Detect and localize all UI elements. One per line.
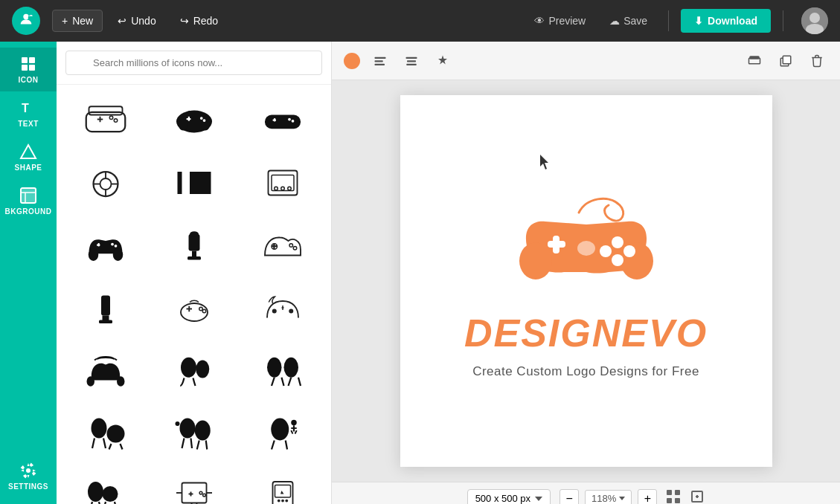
cloud-icon: ☁: [609, 15, 620, 27]
list-item[interactable]: [151, 403, 237, 462]
list-item[interactable]: [62, 91, 148, 150]
svg-rect-111: [406, 63, 417, 65]
zoom-in-button[interactable]: +: [638, 489, 657, 505]
list-item[interactable]: [62, 278, 148, 337]
save-button[interactable]: ☁ Save: [600, 10, 656, 31]
svg-point-70: [202, 309, 206, 313]
duplicate-button[interactable]: [775, 50, 797, 72]
sidebar-item-icon[interactable]: ICON: [0, 48, 57, 91]
svg-point-1: [28, 16, 31, 19]
svg-point-48: [88, 249, 98, 262]
svg-point-82: [106, 425, 124, 443]
list-item[interactable]: [240, 91, 325, 150]
list-item[interactable]: [151, 465, 237, 504]
svg-point-33: [288, 118, 291, 121]
plus-icon: +: [62, 15, 68, 27]
search-box: [57, 42, 331, 85]
fit-view-button[interactable]: [690, 489, 705, 504]
svg-point-47: [287, 187, 291, 190]
toolbar-separator: [668, 10, 669, 31]
list-item[interactable]: [151, 216, 237, 275]
sidebar-item-bkground[interactable]: BKGROUND: [0, 179, 57, 223]
size-select[interactable]: 500 x 500 px: [467, 489, 551, 504]
list-item[interactable]: [151, 91, 237, 150]
svg-point-116: [519, 242, 552, 280]
align-left-button[interactable]: [369, 50, 391, 72]
svg-point-92: [88, 482, 103, 502]
zoom-control: − 118% +: [560, 489, 657, 505]
list-item[interactable]: [240, 340, 325, 400]
svg-rect-60: [273, 244, 275, 250]
sidebar-item-settings[interactable]: SETTINGS: [0, 454, 57, 498]
fx-button[interactable]: [432, 50, 454, 72]
svg-point-52: [111, 243, 114, 246]
list-item[interactable]: [240, 278, 325, 337]
list-item[interactable]: [240, 153, 325, 213]
svg-point-28: [199, 117, 202, 120]
svg-point-36: [100, 178, 111, 190]
canvas-viewport[interactable]: DESIGNEVO Create Custom Logo Designs for…: [332, 80, 840, 482]
svg-rect-27: [187, 117, 189, 121]
layers-button[interactable]: [743, 50, 766, 72]
redo-button[interactable]: ↪ Redo: [171, 10, 227, 31]
list-item[interactable]: [62, 153, 148, 213]
logo-primary-text: DESIGNEVO: [464, 311, 708, 355]
list-item[interactable]: [62, 403, 148, 462]
align-center-button[interactable]: [400, 50, 423, 72]
svg-point-3: [809, 13, 820, 23]
list-item[interactable]: [151, 340, 237, 400]
svg-rect-42: [182, 172, 190, 194]
canvas-board[interactable]: DESIGNEVO Create Custom Logo Designs for…: [400, 95, 772, 467]
grid-view-button[interactable]: [666, 489, 681, 504]
list-item[interactable]: [240, 465, 325, 504]
svg-point-85: [194, 421, 210, 441]
svg-rect-109: [406, 56, 417, 58]
sidebar-item-shape[interactable]: SHAPE: [0, 135, 57, 179]
delete-button[interactable]: [806, 50, 828, 72]
redo-icon: ↪: [180, 15, 189, 27]
svg-point-53: [114, 245, 117, 248]
undo-icon: ↩: [118, 15, 126, 27]
list-item[interactable]: [240, 216, 325, 275]
svg-rect-43: [268, 171, 297, 196]
zoom-value[interactable]: 118%: [585, 490, 632, 504]
list-item[interactable]: [62, 216, 148, 275]
svg-point-78: [196, 361, 209, 378]
svg-marker-10: [21, 145, 36, 158]
list-item[interactable]: [151, 278, 237, 337]
svg-rect-126: [675, 490, 680, 495]
svg-point-97: [199, 491, 202, 494]
download-button[interactable]: ⬇ Download: [681, 9, 771, 33]
logo-secondary-text: Create Custom Logo Designs for Free: [472, 364, 699, 379]
new-button[interactable]: + New: [52, 10, 103, 32]
undo-button[interactable]: ↩ Undo: [109, 10, 164, 31]
svg-point-87: [291, 420, 297, 426]
svg-point-22: [114, 119, 118, 123]
svg-rect-30: [265, 115, 301, 129]
svg-rect-51: [97, 243, 99, 247]
svg-point-49: [112, 249, 123, 262]
svg-rect-108: [375, 63, 385, 65]
svg-point-62: [293, 247, 297, 251]
svg-point-76: [117, 376, 125, 387]
search-input[interactable]: [65, 51, 322, 75]
list-item[interactable]: [62, 465, 148, 504]
svg-rect-119: [553, 236, 560, 253]
user-avatar[interactable]: [801, 7, 828, 34]
color-picker[interactable]: [344, 53, 360, 69]
svg-point-104: [281, 500, 284, 503]
icon-panel: [57, 42, 332, 504]
preview-button[interactable]: 👁 Preview: [525, 10, 594, 31]
app-logo[interactable]: [12, 7, 40, 35]
canvas-bottom-bar: 500 x 500 px − 118% +: [332, 482, 840, 504]
list-item[interactable]: [151, 153, 237, 213]
svg-point-121: [623, 245, 635, 257]
sidebar-item-text[interactable]: T TEXT: [0, 91, 57, 135]
svg-point-45: [274, 187, 278, 190]
svg-point-72: [289, 309, 293, 314]
svg-point-84: [175, 421, 179, 426]
zoom-out-button[interactable]: −: [560, 489, 579, 505]
svg-point-80: [283, 358, 298, 378]
list-item[interactable]: [240, 403, 325, 462]
list-item[interactable]: [62, 340, 148, 400]
